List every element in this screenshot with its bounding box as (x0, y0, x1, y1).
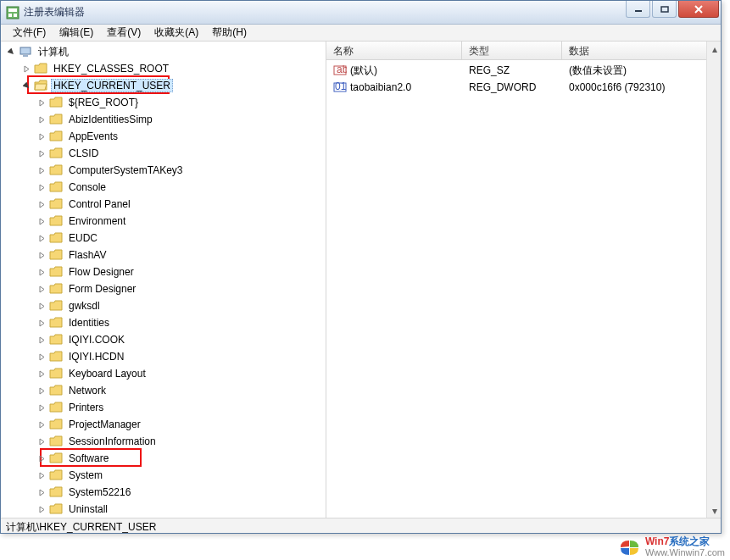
folder-icon (49, 282, 63, 296)
expand-icon[interactable] (36, 131, 47, 141)
tree-node[interactable]: Identities (36, 314, 326, 331)
expand-icon[interactable] (36, 148, 47, 158)
folder-icon (49, 231, 63, 245)
tree-node[interactable]: IQIYI.HCDN (36, 348, 326, 365)
expand-icon[interactable] (36, 301, 47, 311)
tree-label: SessionInformation (66, 435, 159, 448)
minimize-button[interactable] (626, 1, 650, 18)
tree-node[interactable]: Network (36, 382, 326, 399)
expand-icon[interactable] (36, 250, 47, 260)
expand-icon[interactable] (36, 470, 47, 480)
tree-node[interactable]: IQIYI.COOK (36, 331, 326, 348)
tree-label: ${REG_ROOT} (66, 96, 141, 109)
folder-icon (49, 197, 63, 211)
tree-node[interactable]: AbizIdentitiesSimp (36, 111, 326, 128)
expand-icon[interactable] (36, 284, 47, 294)
folder-icon (49, 452, 63, 465)
svg-rect-6 (20, 47, 31, 54)
value-type: REG_DWORD (462, 81, 562, 93)
tree-label: System52216 (66, 485, 133, 499)
list-row[interactable]: ab(默认)REG_SZ(数值未设置) (326, 62, 721, 79)
tree-label: Network (66, 384, 109, 397)
tree-node[interactable]: EUDC (36, 230, 326, 247)
expand-icon[interactable] (6, 47, 16, 57)
expand-icon[interactable] (36, 402, 47, 413)
expand-icon[interactable] (36, 385, 47, 396)
col-header-name[interactable]: 名称 (326, 42, 462, 59)
tree-node[interactable]: ${REG_ROOT} (36, 94, 326, 111)
expand-icon[interactable] (36, 216, 47, 226)
svg-rect-7 (23, 55, 28, 57)
tree-node[interactable]: System (36, 467, 326, 484)
expand-icon[interactable] (36, 504, 47, 514)
tree-node[interactable]: ComputerSystemTAKey3 (36, 162, 326, 179)
tree-node[interactable]: Uninstall (36, 501, 326, 518)
regedit-window: 注册表编辑器 文件(F) 编辑(E) 查看(V) 收藏夹(A) 帮助(H) (0, 0, 722, 534)
tree-pane[interactable]: 计算机 HKEY_CLASSES_ROOT (1, 42, 326, 518)
tree-label: Flow Designer (66, 265, 137, 279)
scroll-up-icon[interactable]: ▴ (708, 42, 721, 56)
col-header-type[interactable]: 类型 (462, 42, 562, 59)
tree-node[interactable]: Flow Designer (36, 263, 326, 280)
tree-label: Environment (66, 214, 128, 228)
expand-icon[interactable] (36, 318, 47, 328)
tree-node[interactable]: FlashAV (36, 247, 326, 263)
expand-icon[interactable] (36, 369, 47, 379)
expand-icon[interactable] (36, 199, 47, 209)
collapse-icon[interactable] (21, 80, 31, 91)
tree-node[interactable]: gwksdl (36, 297, 326, 314)
expand-icon[interactable] (21, 64, 31, 74)
expand-icon[interactable] (36, 114, 47, 125)
col-header-data[interactable]: 数据 (562, 42, 721, 59)
menu-help[interactable]: 帮助(H) (205, 24, 254, 42)
tree-node[interactable]: CLSID (36, 145, 326, 162)
menu-file[interactable]: 文件(F) (6, 24, 53, 42)
folder-icon (49, 248, 63, 262)
expand-icon[interactable] (36, 335, 47, 345)
expand-icon[interactable] (36, 267, 47, 277)
tree-node[interactable]: Environment (36, 213, 326, 230)
tree-node[interactable]: Keyboard Layout (36, 365, 326, 382)
tree-node-hkcr[interactable]: HKEY_CLASSES_ROOT (21, 60, 326, 77)
list-row[interactable]: 011taobaibian2.0REG_DWORD0x000c16f6 (792… (326, 79, 721, 96)
string-value-icon: ab (333, 64, 347, 77)
tree-node[interactable]: Console (36, 179, 326, 196)
tree-node[interactable]: AppEvents (36, 128, 326, 145)
folder-icon (49, 316, 63, 330)
expand-icon[interactable] (36, 436, 47, 446)
title-bar[interactable]: 注册表编辑器 (1, 1, 721, 25)
close-button[interactable] (678, 1, 719, 18)
tree-node[interactable]: Software (36, 450, 326, 467)
svg-rect-5 (661, 7, 668, 12)
tree-node[interactable]: ProjectManager (36, 416, 326, 433)
menu-edit[interactable]: 编辑(E) (53, 24, 100, 42)
expand-icon[interactable] (36, 352, 47, 362)
expand-icon[interactable] (36, 182, 47, 192)
expand-icon[interactable] (36, 165, 47, 175)
tree-node-hkcu[interactable]: HKEY_CURRENT_USER (21, 77, 326, 94)
maximize-button[interactable] (652, 1, 677, 18)
expand-icon[interactable] (36, 419, 47, 430)
tree-node[interactable]: Form Designer (36, 280, 326, 297)
scroll-down-icon[interactable]: ▾ (708, 503, 721, 518)
vertical-scrollbar[interactable]: ▴ ▾ (706, 42, 721, 518)
menu-favorites[interactable]: 收藏夹(A) (148, 24, 205, 42)
tree-label: HKEY_CLASSES_ROOT (51, 62, 171, 75)
tree-node[interactable]: System52216 (36, 484, 326, 501)
expand-icon[interactable] (36, 233, 47, 243)
tree-node[interactable]: SessionInformation (36, 433, 326, 450)
folder-icon (49, 469, 63, 482)
values-pane[interactable]: 名称 类型 数据 ab(默认)REG_SZ(数值未设置)011taobaibia… (326, 42, 721, 518)
menu-view[interactable]: 查看(V) (100, 24, 148, 42)
tree-node[interactable]: Printers (36, 399, 326, 416)
content-area: 计算机 HKEY_CLASSES_ROOT (1, 42, 721, 518)
expand-icon[interactable] (36, 97, 47, 108)
tree-node[interactable]: Control Panel (36, 196, 326, 213)
watermark-brand-2: 系统之家 (669, 535, 710, 547)
expand-icon[interactable] (36, 453, 47, 463)
svg-rect-2 (8, 14, 12, 17)
tree-node-computer[interactable]: 计算机 (6, 43, 326, 60)
expand-icon[interactable] (36, 487, 47, 497)
list-body: ab(默认)REG_SZ(数值未设置)011taobaibian2.0REG_D… (326, 60, 721, 97)
status-bar: 计算机\HKEY_CURRENT_USER (1, 518, 721, 533)
